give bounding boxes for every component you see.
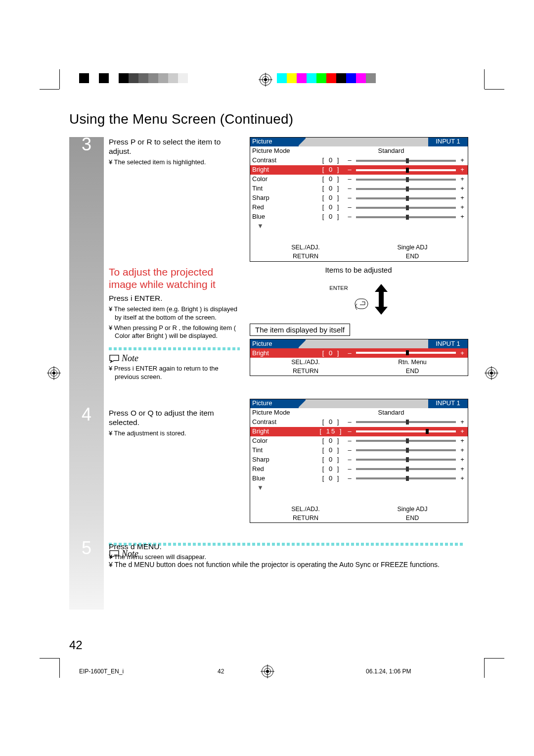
steps-column: 3 Press P or R to select the item to adj… xyxy=(69,137,240,523)
step-3-bullet: ¥ The selected item is highlighted. xyxy=(109,158,240,167)
enter-label: ENTER xyxy=(329,285,348,291)
crop-mark xyxy=(485,658,504,659)
step-4-number: 4 xyxy=(69,404,104,425)
step-5-number: 5 xyxy=(69,538,104,559)
note-block-1: Note ¥ Press i ENTER again to return to … xyxy=(109,347,240,381)
illustration-column: PictureINPUT 1Picture ModeStandardContra… xyxy=(250,137,467,523)
page-number: 42 xyxy=(69,638,83,652)
crop-mark xyxy=(59,69,60,89)
note-icon xyxy=(109,354,120,363)
footer-datetime: 06.1.24, 1:06 PM xyxy=(267,668,475,675)
caption-items: Items to be adjusted xyxy=(250,266,467,274)
crop-mark xyxy=(484,658,485,678)
crop-mark xyxy=(40,89,59,90)
footer-page: 42 xyxy=(218,668,267,675)
step-3-instruction: Press P or R to select the item to adjus… xyxy=(109,137,240,156)
enter-button-icon xyxy=(352,290,371,315)
crop-mark xyxy=(484,69,485,89)
sub-bullet-1: ¥ The selected item (e.g. Bright ) is di… xyxy=(109,305,240,322)
note-label-text: Note xyxy=(122,353,138,364)
registration-mark-icon xyxy=(259,73,272,87)
process-colorbar xyxy=(277,73,386,83)
sub-instruction: Press i ENTER. xyxy=(109,293,240,303)
page-content: Using the Menu Screen (Continued) 3 Pres… xyxy=(69,111,470,569)
step-4-instruction: Press O or Q to adjust the item selected… xyxy=(109,408,240,427)
up-down-arrow-icon xyxy=(375,284,388,315)
crop-mark xyxy=(40,658,59,659)
footer: EIP-1600T_EN_i 42 06.1.24, 1:06 PM xyxy=(79,668,475,675)
sub-bullet-2: ¥ When pressing P or R , the following i… xyxy=(109,324,240,341)
registration-mark-icon xyxy=(485,366,498,380)
enter-diagram: ENTER xyxy=(250,280,467,315)
footer-filename: EIP-1600T_EN_i xyxy=(79,668,218,675)
step-3-number: 3 xyxy=(69,134,104,155)
osd-screenshot-2: PictureINPUT 1Bright[ 0 ]–+SEL./ADJ.Rtn.… xyxy=(250,339,467,376)
crop-mark xyxy=(485,89,504,90)
caption-single: The item displayed by itself xyxy=(250,324,350,336)
osd-screenshot-1: PictureINPUT 1Picture ModeStandardContra… xyxy=(250,137,467,262)
step-5-instruction: Press d MENU. xyxy=(109,542,240,551)
step-4-bullet: ¥ The adjustment is stored. xyxy=(109,429,240,438)
step-5-bullet: ¥ The menu screen will disappear. xyxy=(109,553,240,562)
crop-mark xyxy=(59,658,60,678)
osd-screenshot-3: PictureINPUT 1Picture ModeStandardContra… xyxy=(250,399,467,523)
sub-heading: To adjust the projected image while watc… xyxy=(109,266,240,290)
greyscale-colorbar xyxy=(79,73,198,83)
page-title: Using the Menu Screen (Continued) xyxy=(69,111,470,127)
registration-mark-icon xyxy=(47,366,61,380)
note-1-text: ¥ Press i ENTER again to return to the p… xyxy=(109,365,240,381)
